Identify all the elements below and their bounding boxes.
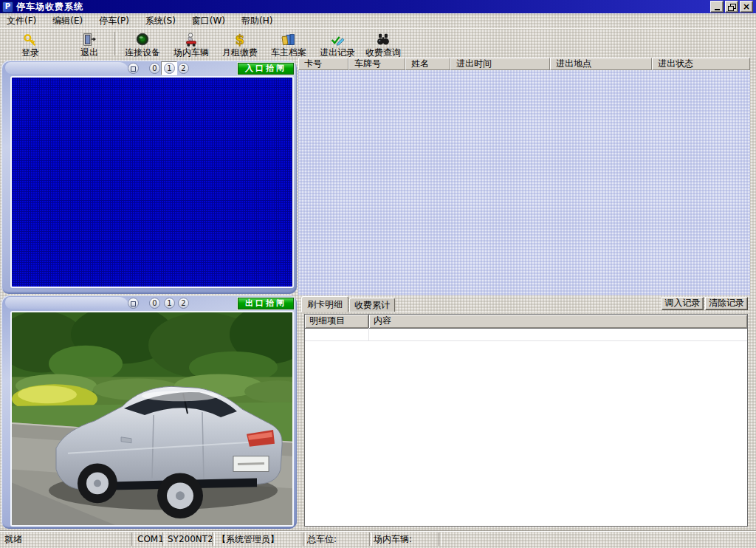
- app-window: P 停车场收费系统 × 文件(F) 编辑(E) 停车(P) 系统(S) 窗口(W…: [0, 0, 756, 548]
- restore-button[interactable]: [725, 1, 738, 13]
- toolbar-separator: [114, 32, 117, 55]
- exit-camera-photo: [12, 312, 292, 525]
- detail-col-content[interactable]: 内容: [369, 315, 747, 328]
- minimize-button[interactable]: [710, 1, 724, 13]
- toolbar: 登录 退出 连接设备: [0, 28, 756, 58]
- key-icon: [22, 32, 38, 48]
- status-device-model: SY200NT2: [168, 533, 213, 545]
- status-bar: 就绪 COM1 SY200NT2 【系统管理员】 总车位: 场内车辆:: [0, 530, 756, 548]
- toolbar-login-button[interactable]: 登录: [9, 30, 52, 58]
- detail-table[interactable]: 明细项目 内容: [304, 314, 748, 527]
- menu-window[interactable]: 窗口(W): [185, 14, 232, 27]
- entrance-channel-0-button[interactable]: 0: [149, 63, 160, 74]
- status-separator: [131, 532, 134, 546]
- menu-file[interactable]: 文件(F): [0, 14, 43, 27]
- exit-camera-panel: 0 1 2 出口抬闸: [1, 295, 297, 529]
- tab-fee-total[interactable]: 收费累计: [349, 298, 395, 312]
- toolbar-owner-files-label: 车主档案: [271, 48, 306, 58]
- status-total-spaces-label: 总车位:: [307, 533, 337, 545]
- status-separator: [212, 532, 215, 546]
- toolbar-exit-button[interactable]: 退出: [68, 30, 111, 58]
- clear-records-button[interactable]: 清除记录: [705, 297, 748, 310]
- records-col-time[interactable]: 进出时间: [450, 58, 550, 70]
- records-col-name[interactable]: 姓名: [405, 58, 450, 70]
- status-operator: 【系统管理员】: [217, 533, 279, 545]
- toolbar-login-label: 登录: [21, 48, 39, 58]
- toolbar-entry-exit-records-button[interactable]: 进出记录: [316, 30, 359, 58]
- exit-door-icon: [81, 32, 97, 48]
- toolbar-monthly-fee-button[interactable]: $ 月租缴费: [219, 30, 261, 58]
- status-separator: [439, 532, 441, 546]
- owner-files-icon: [281, 32, 297, 48]
- menu-parking[interactable]: 停车(P): [92, 14, 136, 27]
- entry-exit-records-icon: [329, 32, 346, 48]
- exit-channel-off-button[interactable]: [128, 298, 139, 309]
- tab-strip-divider: [298, 312, 750, 312]
- window-controls: ×: [710, 1, 756, 13]
- exit-channel-2-button[interactable]: 2: [178, 298, 189, 309]
- detail-table-empty-row: [305, 328, 747, 341]
- entry-exit-records-table: 卡号 车牌号 姓名 进出时间 进出地点 进出状态: [298, 58, 750, 295]
- svg-text:$: $: [235, 32, 244, 48]
- toolbar-monthly-fee-label: 月租缴费: [222, 48, 258, 58]
- toolbar-owner-files-button[interactable]: 车主档案: [267, 30, 310, 58]
- records-table-body[interactable]: [298, 70, 750, 295]
- status-in-lot-label: 场内车辆:: [374, 533, 412, 545]
- exit-channel-1-button[interactable]: 1: [164, 298, 175, 309]
- status-ready: 就绪: [4, 533, 22, 545]
- restore-icon: [728, 4, 735, 10]
- connect-device-icon: [134, 32, 151, 48]
- app-icon-letter: P: [5, 3, 10, 10]
- entrance-channel-off-button[interactable]: [128, 63, 139, 74]
- title-bar: P 停车场收费系统 ×: [0, 0, 756, 13]
- close-button[interactable]: ×: [740, 1, 753, 13]
- status-separator: [303, 532, 306, 546]
- exit-channel-0-button[interactable]: 0: [149, 298, 160, 309]
- toolbar-entry-exit-records-label: 进出记录: [320, 48, 355, 58]
- toolbar-fee-query-label: 收费查询: [365, 48, 401, 58]
- records-col-status[interactable]: 进出状态: [652, 58, 750, 70]
- vehicles-in-lot-icon: [183, 32, 199, 48]
- close-icon: ×: [743, 3, 750, 10]
- status-separator: [369, 532, 372, 546]
- entrance-camera-view: [10, 76, 294, 288]
- toolbar-connect-device-label: 连接设备: [125, 48, 160, 58]
- tab-card-detail[interactable]: 刷卡明细: [301, 296, 348, 312]
- menu-system[interactable]: 系统(S): [139, 14, 182, 27]
- menu-edit[interactable]: 编辑(E): [46, 14, 89, 27]
- detail-row-column-divider: [368, 328, 369, 340]
- toolbar-vehicles-in-lot-label: 场内车辆: [173, 48, 209, 58]
- menu-bar: 文件(F) 编辑(E) 停车(P) 系统(S) 窗口(W) 帮助(H): [0, 13, 756, 28]
- toolbar-connect-device-button[interactable]: 连接设备: [121, 30, 164, 58]
- minimize-icon: [715, 9, 720, 10]
- toolbar-vehicles-in-lot-button[interactable]: 场内车辆: [170, 30, 213, 58]
- square-icon: [131, 66, 136, 72]
- detail-panel: 刷卡明细 收费累计 调入记录 清除记录 明细项目 内容: [298, 295, 750, 529]
- exit-gate-open-button[interactable]: 出口抬闸: [238, 298, 294, 309]
- fee-query-icon: [375, 32, 391, 48]
- exit-panel-tab-shape: [5, 297, 129, 309]
- toolbar-exit-label: 退出: [80, 48, 98, 58]
- entrance-gate-open-button[interactable]: 入口抬闸: [238, 63, 294, 75]
- records-col-place[interactable]: 进出地点: [550, 58, 652, 70]
- status-separator: [162, 532, 165, 546]
- load-records-button[interactable]: 调入记录: [662, 297, 704, 310]
- square-icon: [131, 301, 136, 306]
- exit-camera-view: [10, 311, 294, 527]
- entrance-channel-1-button[interactable]: 1: [164, 63, 175, 74]
- records-col-plate-no[interactable]: 车牌号: [348, 58, 405, 70]
- app-icon: P: [2, 1, 13, 13]
- entrance-panel-tab-shape: [5, 62, 129, 74]
- detail-col-item[interactable]: 明细项目: [305, 315, 369, 328]
- entrance-camera-panel: 0 1 2 入口抬闸: [1, 61, 297, 294]
- entrance-channel-2-button[interactable]: 2: [178, 63, 189, 74]
- records-col-card-no[interactable]: 卡号: [298, 58, 348, 70]
- status-com-port: COM1: [137, 533, 164, 545]
- monthly-fee-icon: $: [232, 32, 248, 48]
- toolbar-fee-query-button[interactable]: 收费查询: [362, 30, 405, 58]
- menu-help[interactable]: 帮助(H): [235, 14, 279, 27]
- detail-table-header: 明细项目 内容: [305, 315, 747, 329]
- window-title: 停车场收费系统: [16, 1, 83, 13]
